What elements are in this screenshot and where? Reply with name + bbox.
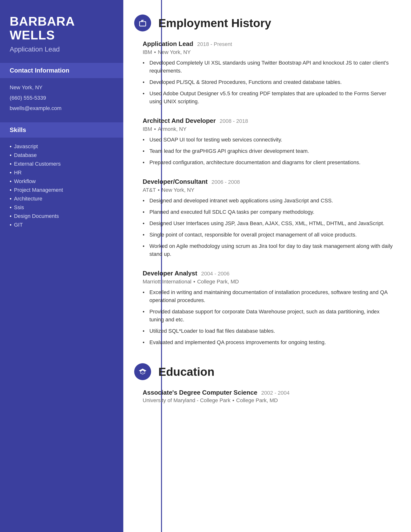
contact-header: Contact Information [0, 63, 123, 78]
skill-item: GIT [10, 222, 114, 228]
job-bullet-item: Single point of contact, responsible for… [143, 231, 394, 239]
job-company-row: Marriott International•College Park, MD [143, 279, 394, 285]
briefcase-icon [139, 19, 147, 27]
job-bullet-item: Developed Completely UI XSL standards us… [143, 59, 394, 75]
job-block: Architect And Developer2008 - 2018IBM•Ar… [143, 117, 394, 166]
job-title: Developer Analyst [143, 270, 197, 277]
sidebar: BARBARA WELLS Application Lead Contact I… [0, 0, 123, 532]
skill-item: External Customers [10, 161, 114, 167]
contact-city: New York, NY [10, 84, 114, 91]
candidate-title: Application Lead [10, 46, 114, 53]
job-bullet-item: Excelled in writing and maintaining docu… [143, 288, 394, 304]
skills-header: Skills [0, 122, 123, 138]
job-location: New York, NY [158, 49, 191, 55]
jobs-container: Application Lead2018 - PresentIBM•New Yo… [143, 40, 394, 346]
dot-separator: • [154, 49, 156, 55]
employment-section: Employment History Application Lead2018 … [143, 15, 394, 346]
edu-degree: Associate's Degree Computer Science [143, 389, 257, 396]
job-bullet-item: Worked on Agile methodology using scrum … [143, 242, 394, 258]
skill-item: Database [10, 152, 114, 158]
job-company-row: IBM•Armonk, NY [143, 126, 394, 132]
job-title: Architect And Developer [143, 117, 216, 124]
job-title-row: Architect And Developer2008 - 2018 [143, 117, 394, 124]
job-title: Application Lead [143, 40, 193, 48]
contact-section: Contact Information New York, NY (660) 5… [0, 63, 123, 122]
job-bullet-item: Used SOAP UI tool for testing web servic… [143, 136, 394, 144]
job-location: College Park, MD [197, 279, 239, 285]
job-block: Developer/Consultant2006 - 2008AT&T•New … [143, 178, 394, 258]
graduation-icon [139, 368, 147, 376]
contact-email: bwells@example.com [10, 105, 114, 112]
job-bullet-item: Team lead for the graPHIGS API graphics … [143, 147, 394, 155]
job-company: IBM [143, 126, 152, 132]
employment-icon [134, 15, 151, 31]
job-bullet-item: Designed and developed intranet web appl… [143, 197, 394, 205]
dot-separator: • [193, 279, 195, 285]
job-block: Application Lead2018 - PresentIBM•New Yo… [143, 40, 394, 105]
skill-item: Javascript [10, 143, 114, 150]
skill-item: Design Documents [10, 213, 114, 219]
education-title: Education [158, 365, 215, 379]
job-bullet-item: Used Adobe Output Designer v5.5 for crea… [143, 89, 394, 105]
job-title-row: Developer Analyst2004 - 2006 [143, 270, 394, 277]
dot-separator: • [232, 397, 234, 403]
skill-item: HR [10, 170, 114, 176]
job-bullet-item: Designed User Interfaces using JSP, Java… [143, 219, 394, 227]
edu-school-row: University of Maryland - College Park•Co… [143, 397, 394, 404]
skill-item: Project Management [10, 187, 114, 193]
skills-content: JavascriptDatabaseExternal CustomersHRWo… [0, 138, 123, 238]
edu-school: University of Maryland - College Park [143, 397, 230, 403]
education-header-row: Education [143, 363, 394, 380]
job-bullets: Designed and developed intranet web appl… [143, 197, 394, 258]
edu-location: College Park, MD [236, 397, 278, 403]
skills-section: Skills JavascriptDatabaseExternal Custom… [0, 122, 123, 238]
education-section: Education Associate's Degree Computer Sc… [143, 363, 394, 404]
education-container: Associate's Degree Computer Science2002 … [143, 389, 394, 404]
job-bullet-item: Evaluated and implemented QA process imp… [143, 338, 394, 346]
job-location: New York, NY [161, 187, 194, 193]
edu-dates: 2002 - 2004 [261, 390, 290, 396]
skill-item: Ssis [10, 204, 114, 211]
job-bullet-item: Prepared configuration, architecture doc… [143, 158, 394, 166]
job-dates: 2008 - 2018 [220, 118, 248, 124]
contact-content: New York, NY (660) 555-5339 bwells@examp… [0, 78, 123, 122]
job-title: Developer/Consultant [143, 178, 208, 185]
job-title-row: Application Lead2018 - Present [143, 40, 394, 48]
job-location: Armonk, NY [158, 126, 187, 132]
skills-list: JavascriptDatabaseExternal CustomersHRWo… [10, 143, 114, 228]
job-title-row: Developer/Consultant2006 - 2008 [143, 178, 394, 185]
edu-block: Associate's Degree Computer Science2002 … [143, 389, 394, 404]
job-dates: 2004 - 2006 [201, 271, 229, 277]
job-company-row: IBM•New York, NY [143, 49, 394, 55]
job-dates: 2018 - Present [197, 41, 232, 48]
job-company: Marriott International [143, 279, 191, 285]
job-bullets: Developed Completely UI XSL standards us… [143, 59, 394, 105]
job-block: Developer Analyst2004 - 2006Marriott Int… [143, 270, 394, 346]
education-icon [134, 363, 151, 380]
employment-header-row: Employment History [143, 15, 394, 31]
edu-degree-row: Associate's Degree Computer Science2002 … [143, 389, 394, 396]
skill-item: Architecture [10, 196, 114, 202]
contact-phone: (660) 555-5339 [10, 94, 114, 102]
job-company-row: AT&T•New York, NY [143, 187, 394, 193]
job-bullet-item: Provided database support for corporate … [143, 308, 394, 323]
candidate-name: BARBARA WELLS [10, 15, 114, 42]
job-bullets: Used SOAP UI tool for testing web servic… [143, 136, 394, 166]
dot-separator: • [158, 187, 160, 193]
employment-title: Employment History [158, 17, 271, 30]
job-bullets: Excelled in writing and maintaining docu… [143, 288, 394, 346]
job-dates: 2006 - 2008 [212, 179, 240, 185]
job-bullet-item: Utilized SQL*Loader to load flat files d… [143, 327, 394, 335]
job-bullet-item: Developed PL/SQL & Stored Procedures, Fu… [143, 78, 394, 86]
main-content: Employment History Application Lead2018 … [123, 0, 411, 532]
job-company: IBM [143, 49, 152, 55]
job-bullet-item: Planned and executed full SDLC QA tasks … [143, 208, 394, 216]
job-company: AT&T [143, 187, 156, 193]
skill-item: Workflow [10, 178, 114, 184]
dot-separator: • [154, 126, 156, 132]
sidebar-header: BARBARA WELLS Application Lead [0, 0, 123, 63]
